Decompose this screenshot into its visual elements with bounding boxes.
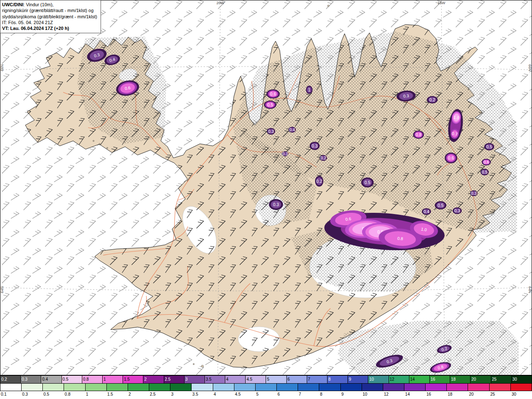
colorbar-tick-label: 10 [362, 391, 383, 399]
precip-value-label: 0.3 [403, 94, 409, 99]
colorbar-tick-label: 0.8 [64, 391, 85, 399]
colorbar-cell: 30 [512, 376, 532, 383]
colorbar-tick-label: 1 [85, 391, 106, 399]
colorbar-cell: 4.5 [246, 376, 266, 383]
colorbar-tick-label: 2.5 [149, 391, 170, 399]
precip-value-label: 0.5 [267, 103, 273, 107]
precip-blob: 0.5 [480, 169, 489, 175]
weather-map-page: 0.30.40.60.60.510.30.40.30.30.20.20.50.3… [0, 0, 532, 399]
precip-value-label: 0.6 [345, 217, 352, 222]
precip-value-label: 0.7 [451, 131, 458, 137]
precip-blob: 0.8 [413, 131, 424, 139]
precip-value-label: 0.5 [482, 170, 488, 175]
colorbar-cell: 9 [348, 376, 368, 383]
precip-value-label: 0.5 [486, 145, 492, 149]
colorbar-cell: 6 [287, 376, 307, 383]
precip-value-label: 0.6 [270, 92, 276, 96]
precip-value-label: 0.2 [316, 179, 322, 184]
colorbar-tick-label: 25 [490, 391, 511, 399]
precip-blob: 0.6 [445, 153, 457, 163]
precip-blob: 0.5 [264, 101, 276, 109]
colorbar-tick-label: 20 [468, 391, 489, 399]
colorbar-cell: 16 [430, 376, 450, 383]
colorbar-cell: 1.5 [123, 376, 143, 383]
colorbar-cell [490, 384, 511, 391]
colorbar-cell [447, 384, 468, 391]
colorbar-cell [43, 384, 64, 391]
colorbar-cell: 2.5 [164, 376, 185, 383]
colorbar-cell [468, 384, 489, 391]
precip-value-label: 0.3 [282, 152, 288, 156]
precip-blob: 0.2 [320, 155, 327, 161]
colorbar-cell: 10 [368, 376, 389, 383]
colorbar-cell [256, 384, 277, 391]
colorbar-cell [64, 384, 85, 391]
colorbar-cell: 0.3 [21, 376, 41, 383]
colorbar-cell: 0.8 [82, 376, 103, 383]
colorbar-cell [426, 384, 447, 391]
colorbar-cell: 3.5 [205, 376, 225, 383]
colorbar-tick-label: 30 [511, 391, 532, 399]
precip-value-label: 0.4 [424, 209, 429, 214]
precip-blob: 0.3 [267, 128, 275, 135]
precip-value-label: 0.5 [438, 203, 443, 208]
precip-colorbars: 0.20.30.40.50.811.522.533.544.5567891012… [0, 375, 532, 399]
precip-value-label: 0.3 [312, 144, 318, 148]
rain-legend-line: rigning/skúrir (grænt/blátt/rautt - mm/1… [2, 7, 97, 13]
colorbar-cell [298, 384, 319, 391]
precip-blob: 1 [306, 86, 313, 94]
lat-label: 66N [528, 64, 532, 71]
model-param-line: UWC/DINI: Vindur (10m), [2, 2, 97, 7]
colorbar-cell [128, 384, 149, 391]
param-label: : Vindur (10m), [23, 2, 54, 7]
colorbar-cell [362, 384, 383, 391]
precip-value-label: 0.8 [416, 133, 421, 137]
precip-value-label: 0.2 [320, 156, 326, 160]
precip-blob: 0.5 [361, 177, 374, 187]
precip-value-label: 0.3 [454, 209, 460, 213]
colorbar-cell [107, 384, 128, 391]
colorbar-cell [277, 384, 298, 391]
colorbar-cell: 5 [266, 376, 286, 383]
weather-map: 0.30.40.60.60.510.30.40.30.30.20.20.50.3… [0, 0, 532, 375]
colorbar-tick-label: 3.5 [192, 391, 213, 399]
colorbar-cell [319, 384, 340, 391]
colorbar-cell: 3 [185, 376, 205, 383]
colorbar-tick-label: 2 [128, 391, 149, 399]
rain-scale-bar [0, 383, 532, 391]
valid-time-line: VT: Lau. 06.04.2024 17Z (+20 h) [2, 25, 97, 31]
colorbar-cell: 14 [409, 376, 430, 383]
colorbar-tick-label: 18 [447, 391, 468, 399]
colorbar-cell [213, 384, 234, 391]
precip-value-label: 1.0 [453, 115, 460, 121]
colorbar-cell [86, 384, 107, 391]
colorbar-tick-label: 4.5 [234, 391, 255, 399]
precip-value-label: 0.4 [289, 128, 295, 132]
colorbar-tick-label: 16 [426, 391, 447, 399]
model-name: UWC/DINI [2, 2, 23, 7]
colorbar-cell: 2 [143, 376, 164, 383]
colorbar-cell [192, 384, 213, 391]
colorbar-tick-label: 3 [170, 391, 192, 399]
colorbar-cell: 20 [470, 376, 491, 383]
snow-scale-bar: 0.20.30.40.50.811.522.533.544.5567891012… [0, 375, 532, 383]
colorbar-tick-label: 7 [298, 391, 319, 399]
rain-scale-labels: 0.10.30.50.811.522.533.544.5567891012141… [0, 391, 532, 399]
colorbar-cell: 0.4 [41, 376, 62, 383]
precip-value-label: 0.3 [273, 202, 279, 207]
colorbar-tick-label: 0.5 [42, 391, 64, 399]
colorbar-cell: 1 [103, 376, 123, 383]
precip-blob: 0.3 [269, 199, 283, 210]
colorbar-cell [404, 384, 426, 391]
precip-value-label: 0.2 [429, 98, 435, 102]
precip-blob: 0.2 [427, 96, 438, 103]
colorbar-cell [22, 384, 43, 391]
precip-blob: 0.4 [288, 127, 296, 133]
colorbar-cell: 0.2 [0, 376, 21, 383]
precip-blob: 0.3 [453, 207, 462, 214]
colorbar-cell: 0.5 [62, 376, 82, 383]
precip-value-label: 0.6 [483, 160, 489, 165]
colorbar-tick-label: 5 [255, 391, 276, 399]
precip-value-label: 0.5 [365, 180, 370, 185]
precip-value-label: 0.3 [471, 191, 477, 196]
